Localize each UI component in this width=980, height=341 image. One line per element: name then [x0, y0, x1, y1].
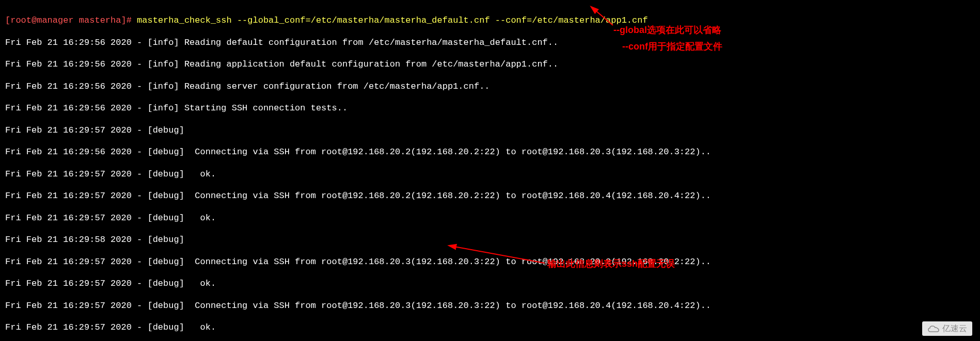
annotation-text-1: --global选项在此可以省略 — [613, 24, 721, 36]
timestamp: Fri Feb 21 16:29:57 2020 - — [5, 169, 147, 179]
timestamp: Fri Feb 21 16:29:57 2020 - — [5, 279, 147, 288]
log-message: ok. — [200, 279, 216, 288]
watermark: 亿速云 — [922, 321, 972, 336]
log-tag: [debug] — [147, 213, 200, 223]
log-tag: [debug] — [147, 322, 200, 332]
log-tag: [info] — [147, 59, 184, 69]
output-line: Fri Feb 21 16:29:57 2020 - [debug] ok. — [5, 278, 975, 289]
timestamp: Fri Feb 21 16:29:56 2020 - — [5, 103, 147, 113]
prompt-space — [74, 15, 79, 25]
log-message: Starting SSH connection tests.. — [184, 103, 347, 113]
command-text: masterha_check_ssh --global_conf=/etc/ma… — [137, 15, 648, 25]
log-tag: [debug] — [147, 147, 195, 157]
watermark-text: 亿速云 — [942, 323, 967, 334]
timestamp: Fri Feb 21 16:29:57 2020 - — [5, 301, 147, 311]
prompt-bracket-open: [ — [5, 15, 10, 25]
command-line: [root@manager masterha]# masterha_check_… — [5, 15, 975, 26]
log-tag: [info] — [147, 38, 184, 47]
log-message: Connecting via SSH from root@192.168.20.… — [195, 191, 711, 201]
log-tag: [info] — [147, 103, 184, 113]
timestamp: Fri Feb 21 16:29:56 2020 - — [5, 38, 147, 47]
log-tag: [debug] — [147, 125, 189, 135]
timestamp: Fri Feb 21 16:29:56 2020 - — [5, 59, 147, 69]
output-line: Fri Feb 21 16:29:56 2020 - [info] Readin… — [5, 59, 975, 70]
log-message: Reading default configuration from /etc/… — [184, 38, 558, 47]
timestamp: Fri Feb 21 16:29:57 2020 - — [5, 213, 147, 223]
output-line: Fri Feb 21 16:29:57 2020 - [debug] — [5, 125, 975, 136]
prompt-bracket-close: ] — [121, 15, 126, 25]
output-line: Fri Feb 21 16:29:56 2020 - [info] Starti… — [5, 103, 975, 113]
log-message: Reading server configuration from /etc/m… — [184, 82, 490, 91]
timestamp: Fri Feb 21 16:29:56 2020 - — [5, 82, 147, 91]
timestamp: Fri Feb 21 16:29:57 2020 - — [5, 322, 147, 332]
annotation-text-2: --conf用于指定配置文件 — [622, 41, 722, 53]
annotation-text-3: 输出此信息则表示ssh配置无误 — [547, 258, 675, 270]
timestamp: Fri Feb 21 16:29:57 2020 - — [5, 191, 147, 201]
output-line: Fri Feb 21 16:29:56 2020 - [info] Readin… — [5, 81, 975, 92]
svg-line-0 — [595, 10, 613, 25]
terminal-output[interactable]: [root@manager masterha]# masterha_check_… — [0, 0, 980, 341]
log-tag: [debug] — [147, 169, 200, 179]
log-message: Connecting via SSH from root@192.168.20.… — [195, 147, 711, 157]
output-line: Fri Feb 21 16:29:56 2020 - [debug] Conne… — [5, 147, 975, 157]
output-line: Fri Feb 21 16:29:57 2020 - [debug] Conne… — [5, 300, 975, 311]
svg-line-1 — [454, 247, 545, 263]
log-message: ok. — [200, 322, 216, 332]
prompt-path: masterha — [79, 15, 121, 25]
output-line: Fri Feb 21 16:29:57 2020 - [debug] ok. — [5, 213, 975, 223]
prompt-host: manager — [37, 15, 73, 25]
annotation-arrow-3 — [449, 242, 552, 271]
timestamp: Fri Feb 21 16:29:57 2020 - — [5, 125, 147, 135]
log-tag: [debug] — [147, 279, 200, 288]
log-message: ok. — [200, 213, 216, 223]
prompt-hash: # — [127, 15, 137, 25]
log-message: Reading application default configuratio… — [184, 59, 558, 69]
log-message: Connecting via SSH from root@192.168.20.… — [195, 301, 711, 311]
log-tag: [debug] — [147, 191, 195, 201]
cloud-icon — [927, 323, 940, 334]
timestamp: Fri Feb 21 16:29:58 2020 - — [5, 235, 147, 245]
output-line: Fri Feb 21 16:29:57 2020 - [debug] Conne… — [5, 190, 975, 201]
log-tag: [debug] — [147, 235, 189, 245]
prompt-at: @ — [31, 15, 37, 25]
timestamp: Fri Feb 21 16:29:57 2020 - — [5, 257, 147, 267]
log-tag: [debug] — [147, 301, 195, 311]
output-line: Fri Feb 21 16:29:57 2020 - [debug] ok. — [5, 169, 975, 180]
log-message: ok. — [200, 169, 216, 179]
output-line: Fri Feb 21 16:29:57 2020 - [debug] ok. — [5, 322, 975, 333]
log-tag: [debug] — [147, 257, 195, 267]
timestamp: Fri Feb 21 16:29:56 2020 - — [5, 147, 147, 157]
prompt-user: root — [10, 15, 31, 25]
log-tag: [info] — [147, 82, 184, 91]
output-line: Fri Feb 21 16:29:56 2020 - [info] Readin… — [5, 37, 975, 48]
